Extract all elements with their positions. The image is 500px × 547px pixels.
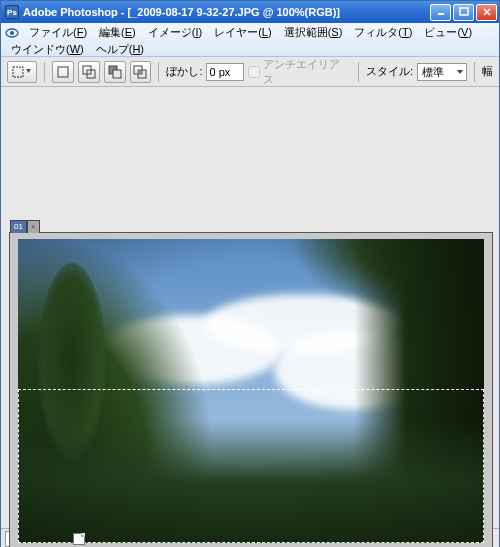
marquee-tool-button[interactable] bbox=[7, 61, 37, 83]
separator bbox=[44, 62, 45, 82]
separator bbox=[474, 62, 475, 82]
window-controls bbox=[430, 4, 497, 21]
width-label: 幅 bbox=[482, 64, 493, 79]
menu-window[interactable]: ウインドウ(W) bbox=[5, 41, 90, 58]
mode-add-icon bbox=[82, 65, 96, 79]
image-vignette bbox=[18, 239, 484, 543]
document-window[interactable]: 01 × bbox=[9, 232, 493, 547]
mode-intersect-icon bbox=[133, 65, 147, 79]
menu-filter[interactable]: フィルタ(T) bbox=[348, 24, 418, 41]
maximize-icon bbox=[459, 7, 469, 17]
close-icon bbox=[482, 7, 492, 17]
tab-close-badge[interactable]: × bbox=[27, 220, 40, 233]
feather-label: ぼかし: bbox=[166, 64, 202, 79]
separator bbox=[158, 62, 159, 82]
chevron-down-icon bbox=[26, 69, 31, 74]
svg-rect-1 bbox=[460, 8, 468, 15]
mode-new-icon bbox=[56, 65, 70, 79]
minimize-button[interactable] bbox=[430, 4, 451, 21]
menu-view[interactable]: ビュー(V) bbox=[418, 24, 478, 41]
maximize-button[interactable] bbox=[453, 4, 474, 21]
style-select[interactable]: 標準 bbox=[417, 63, 467, 81]
rectangular-marquee-icon bbox=[12, 66, 24, 78]
menu-layer[interactable]: レイヤー(L) bbox=[208, 24, 277, 41]
menu-file[interactable]: ファイル(F) bbox=[23, 24, 93, 41]
menu-select[interactable]: 選択範囲(S) bbox=[278, 24, 349, 41]
document-tab: 01 × bbox=[10, 220, 40, 233]
visibility-icon[interactable] bbox=[5, 26, 19, 40]
antialias-checkbox[interactable]: アンチエイリアス bbox=[248, 57, 350, 87]
svg-rect-14 bbox=[138, 70, 142, 74]
options-bar: ぼかし: アンチエイリアス スタイル: 標準 幅 bbox=[1, 57, 499, 87]
selection-mode-subtract[interactable] bbox=[104, 61, 126, 83]
tab-number-badge: 01 bbox=[10, 220, 27, 233]
mode-subtract-icon bbox=[108, 65, 122, 79]
close-button[interactable] bbox=[476, 4, 497, 21]
antialias-box[interactable] bbox=[248, 66, 260, 78]
menu-image[interactable]: イメージ(I) bbox=[142, 24, 208, 41]
titlebar[interactable]: Ps Adobe Photoshop - [_2009-08-17 9-32-2… bbox=[1, 1, 499, 23]
selection-mode-intersect[interactable] bbox=[130, 61, 152, 83]
feather-input[interactable] bbox=[206, 63, 244, 81]
menu-help[interactable]: ヘルプ(H) bbox=[90, 41, 150, 58]
svg-point-5 bbox=[10, 31, 14, 35]
canvas-area: 01 × bbox=[1, 87, 499, 528]
selection-mode-add[interactable] bbox=[78, 61, 100, 83]
app-window: Ps Adobe Photoshop - [_2009-08-17 9-32-2… bbox=[0, 0, 500, 547]
menu-edit[interactable]: 編集(E) bbox=[93, 24, 142, 41]
antialias-label: アンチエイリアス bbox=[263, 57, 350, 87]
document-icon bbox=[73, 533, 85, 545]
svg-rect-6 bbox=[13, 67, 23, 77]
minimize-icon bbox=[436, 7, 446, 17]
app-icon: Ps bbox=[5, 5, 19, 19]
selection-mode-new[interactable] bbox=[52, 61, 74, 83]
style-label: スタイル: bbox=[366, 64, 413, 79]
menubar: ファイル(F) 編集(E) イメージ(I) レイヤー(L) 選択範囲(S) フィ… bbox=[1, 23, 499, 57]
document-canvas[interactable] bbox=[18, 239, 484, 543]
separator bbox=[358, 62, 359, 82]
window-title: Adobe Photoshop - [_2009-08-17 9-32-27.J… bbox=[23, 6, 430, 18]
svg-rect-7 bbox=[58, 67, 68, 77]
svg-rect-11 bbox=[113, 70, 121, 78]
